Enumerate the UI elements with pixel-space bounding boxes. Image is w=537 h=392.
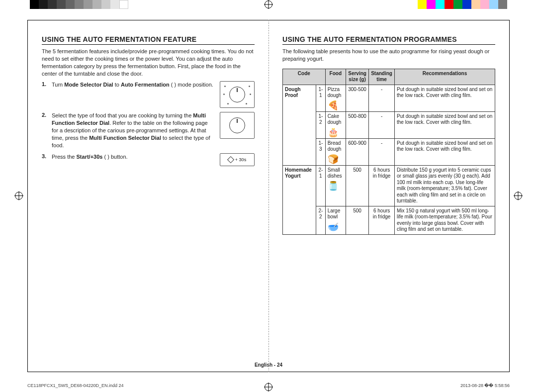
food-name: Large bowl bbox=[328, 208, 341, 220]
food-name: Cake dough bbox=[328, 113, 342, 125]
cell-stand: 6 hours in fridge bbox=[369, 165, 395, 206]
left-column: USING THE AUTO FERMENTATION FEATURE The … bbox=[28, 20, 268, 372]
start-button-illustration: + 30s bbox=[220, 153, 255, 166]
step-1-text-b: to bbox=[113, 82, 121, 88]
cake-icon: 🎂 bbox=[328, 128, 344, 137]
step-3-text-b: ( ) button. bbox=[102, 154, 127, 160]
cell-stand: - bbox=[369, 85, 395, 111]
cell-rec: Put dough in suitable sized bowl and set… bbox=[395, 138, 495, 165]
cell-food: Cake dough🎂 bbox=[325, 111, 346, 138]
th-stand: Standing time bbox=[369, 69, 395, 85]
step-3-bold: Start/+30s bbox=[77, 154, 103, 160]
th-rec: Recommendations bbox=[395, 69, 495, 85]
cell-rec: Distribute 150 g yogurt into 5 ceramic c… bbox=[395, 165, 495, 206]
cell-code: 1-2 bbox=[316, 111, 326, 138]
cell-food: Large bowl🥣 bbox=[325, 206, 346, 234]
cell-rec: Put dough in suitable sized bowl and set… bbox=[395, 85, 495, 111]
table-row: Homemade Yogurt 2-1 Small dishes🫙 500 6 … bbox=[283, 165, 495, 206]
category-dough: Dough Proof bbox=[283, 85, 316, 165]
table-header-row: Code Food Serving size (g) Standing time… bbox=[283, 69, 495, 85]
cell-code: 1-3 bbox=[316, 138, 326, 165]
start-button-label: + 30s bbox=[235, 157, 246, 162]
category-yogurt: Homemade Yogurt bbox=[283, 165, 316, 234]
color-swatches bbox=[418, 0, 507, 9]
step-1-text-c: ( ) mode position. bbox=[170, 82, 213, 88]
diamond-icon bbox=[227, 156, 234, 163]
food-name: Pizza dough bbox=[328, 87, 342, 98]
registration-mark-left bbox=[15, 192, 23, 201]
print-footer: CE118PFCX1_SWS_DE68-04220D_EN.indd 24 20… bbox=[27, 383, 510, 388]
cell-code: 2-1 bbox=[316, 165, 326, 206]
cell-stand: - bbox=[369, 111, 395, 138]
step-1-text-a: Turn bbox=[52, 82, 64, 88]
heading-programmes: USING THE AUTO FERMENTATION PROGRAMMES bbox=[282, 35, 495, 45]
step-1-bold-1: Mode Selector Dial bbox=[64, 82, 113, 88]
step-2-text-a: Select the type of food that you are coo… bbox=[52, 112, 193, 118]
column-separator bbox=[268, 20, 269, 372]
step-2-bold-2: Multi Function Selector Dial bbox=[89, 135, 161, 141]
step-3-text: Press the Start/+30s ( ) button. bbox=[52, 153, 207, 161]
footer-timestamp: 2013-08-28 �� 5:58:56 bbox=[460, 383, 510, 388]
cell-stand: 6 hours in fridge bbox=[369, 206, 395, 234]
cell-size: 300-500 bbox=[346, 85, 368, 111]
intro-feature: The 5 fermentation features include/prov… bbox=[42, 48, 255, 77]
cell-code: 2-2 bbox=[316, 206, 326, 234]
registration-mark-right bbox=[514, 192, 522, 201]
intro-programmes: The following table presents how to use … bbox=[282, 48, 495, 63]
cell-code: 1-1 bbox=[316, 85, 326, 111]
cell-size: 500 bbox=[346, 206, 368, 234]
step-3-text-a: Press the bbox=[52, 154, 77, 160]
grayscale-swatches bbox=[30, 0, 128, 9]
multi-dial-illustration bbox=[220, 112, 255, 139]
cell-size: 600-900 bbox=[346, 138, 368, 165]
step-1-text: Turn Mode Selector Dial to Auto Fermenta… bbox=[52, 81, 214, 89]
step-2: 2. Select the type of food that you are … bbox=[42, 112, 255, 149]
bowl-icon: 🥣 bbox=[328, 222, 344, 231]
cell-food: Bread dough🍞 bbox=[325, 138, 346, 165]
food-name: Small dishes bbox=[328, 167, 342, 179]
th-size: Serving size (g) bbox=[346, 69, 368, 85]
food-name: Bread dough bbox=[328, 140, 342, 152]
th-food: Food bbox=[325, 69, 346, 85]
cell-food: Pizza dough🍕 bbox=[325, 85, 346, 111]
step-1-number: 1. bbox=[42, 81, 49, 87]
step-2-number: 2. bbox=[42, 112, 49, 118]
cell-rec: Mix 150 g natural yogurt with 500 ml lon… bbox=[395, 206, 495, 234]
step-2-text: Select the type of food that you are coo… bbox=[52, 112, 214, 149]
step-1-bold-2: Auto Fermentation bbox=[121, 82, 170, 88]
cell-size: 500 bbox=[346, 165, 368, 206]
step-3: 3. Press the Start/+30s ( ) button. + 30… bbox=[42, 153, 255, 166]
cell-stand: - bbox=[369, 138, 395, 165]
jar-icon: 🫙 bbox=[328, 182, 344, 191]
pizza-icon: 🍕 bbox=[328, 101, 344, 110]
programme-table: Code Food Serving size (g) Standing time… bbox=[282, 69, 495, 235]
step-3-number: 3. bbox=[42, 153, 49, 159]
heading-feature: USING THE AUTO FERMENTATION FEATURE bbox=[42, 35, 255, 45]
cell-size: 500-800 bbox=[346, 111, 368, 138]
table-row: Dough Proof 1-1 Pizza dough🍕 300-500 - P… bbox=[283, 85, 495, 111]
footer-filename: CE118PFCX1_SWS_DE68-04220D_EN.indd 24 bbox=[27, 383, 124, 388]
cell-food: Small dishes🫙 bbox=[325, 165, 346, 206]
right-column: USING THE AUTO FERMENTATION PROGRAMMES T… bbox=[268, 20, 509, 372]
th-code: Code bbox=[283, 69, 326, 85]
bread-icon: 🍞 bbox=[328, 155, 344, 164]
cell-rec: Put dough in suitable sized bowl and set… bbox=[395, 111, 495, 138]
mode-dial-illustration bbox=[220, 81, 255, 108]
step-1: 1. Turn Mode Selector Dial to Auto Ferme… bbox=[42, 81, 255, 108]
registration-mark-top bbox=[265, 0, 272, 9]
